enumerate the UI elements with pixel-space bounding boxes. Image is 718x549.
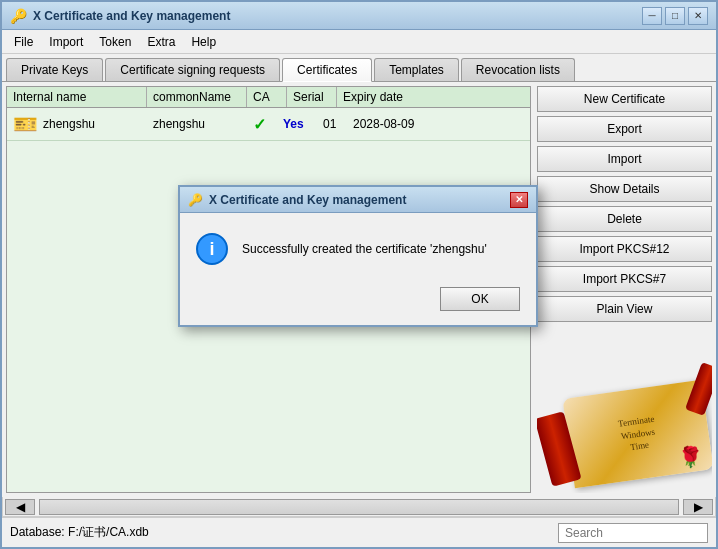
cell-icon: 🎫 [7,110,37,138]
dialog-ok-button[interactable]: OK [440,287,520,311]
col-expiry: Expiry date [337,87,427,107]
dialog-title-icon: 🔑 [188,193,203,207]
title-bar: 🔑 X Certificate and Key management ─ □ ✕ [2,2,716,30]
cell-ca-check: ✓ [247,113,277,136]
dialog-footer: OK [180,281,536,325]
dialog-title-text: 🔑 X Certificate and Key management [188,193,406,207]
menu-import[interactable]: Import [41,33,91,51]
new-certificate-button[interactable]: New Certificate [537,86,712,112]
dialog-message: Successfully created the certificate 'zh… [242,240,487,258]
tab-csr[interactable]: Certificate signing requests [105,58,280,81]
dialog-close-button[interactable]: ✕ [510,192,528,208]
col-common-name: commonName [147,87,247,107]
table-row[interactable]: 🎫 zhengshu zhengshu ✓ Yes 01 2028-08-09 [7,108,530,141]
col-ca: CA [247,87,287,107]
database-path: F:/证书/CA.xdb [68,525,149,539]
scroll-right-button[interactable]: ▶ [683,499,713,515]
scroll-text: Terminate Windows Time [613,408,663,460]
database-info: Database: F:/证书/CA.xdb [10,524,548,541]
bottom-bar: Database: F:/证书/CA.xdb [2,517,716,547]
tab-revocation[interactable]: Revocation lists [461,58,575,81]
search-input[interactable] [558,523,708,543]
cell-expiry: 2028-08-09 [347,115,437,133]
import-pkcs12-button[interactable]: Import PKCS#12 [537,236,712,262]
tab-certificates[interactable]: Certificates [282,58,372,82]
success-dialog: 🔑 X Certificate and Key management ✕ i S… [178,185,538,327]
title-bar-left: 🔑 X Certificate and Key management [10,8,230,24]
info-icon: i [196,233,228,265]
col-serial: Serial [287,87,337,107]
close-button[interactable]: ✕ [688,7,708,25]
menu-token[interactable]: Token [91,33,139,51]
plain-view-button[interactable]: Plain View [537,296,712,322]
list-header: Internal name commonName CA Serial Expir… [7,87,530,108]
check-icon: ✓ [253,116,266,133]
export-button[interactable]: Export [537,116,712,142]
import-button[interactable]: Import [537,146,712,172]
import-pkcs7-button[interactable]: Import PKCS#7 [537,266,712,292]
menu-file[interactable]: File [6,33,41,51]
rose-icon: 🌹 [678,445,703,469]
dialog-title-bar: 🔑 X Certificate and Key management ✕ [180,187,536,213]
cert-icon: 🎫 [13,113,38,135]
tab-bar: Private Keys Certificate signing request… [2,54,716,82]
cert-scroll-decoration: Terminate Windows Time 🌹 [558,369,708,489]
tab-private-keys[interactable]: Private Keys [6,58,103,81]
cell-ca-yes: Yes [277,115,317,133]
show-details-button[interactable]: Show Details [537,176,712,202]
app-icon: 🔑 [10,8,27,24]
menu-bar: File Import Token Extra Help [2,30,716,54]
cell-internal-name: zhengshu [37,115,147,133]
maximize-button[interactable]: □ [665,7,685,25]
horizontal-scrollbar[interactable] [39,499,679,515]
cert-decoration-area: Terminate Windows Time 🌹 [537,326,712,493]
horizontal-scrollbar-area: ◀ ▶ [2,497,716,517]
tab-templates[interactable]: Templates [374,58,459,81]
scroll-left-button[interactable]: ◀ [5,499,35,515]
cell-common-name: zhengshu [147,115,247,133]
database-label: Database: [10,525,65,539]
col-internal-name: Internal name [7,87,147,107]
window-controls: ─ □ ✕ [642,7,708,25]
right-panel: New Certificate Export Import Show Detai… [537,86,712,493]
cell-serial: 01 [317,115,347,133]
minimize-button[interactable]: ─ [642,7,662,25]
menu-help[interactable]: Help [183,33,224,51]
delete-button[interactable]: Delete [537,206,712,232]
menu-extra[interactable]: Extra [139,33,183,51]
app-title: X Certificate and Key management [33,9,230,23]
dialog-body: i Successfully created the certificate '… [180,213,536,281]
